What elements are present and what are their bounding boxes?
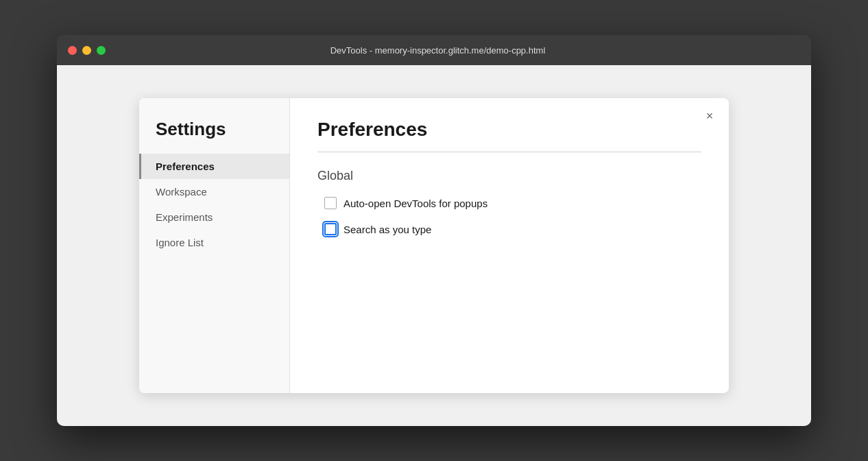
search-as-you-type-label: Search as you type xyxy=(343,224,431,235)
sidebar-item-ignore-list[interactable]: Ignore List xyxy=(139,230,289,255)
settings-sidebar: Settings Preferences Workspace Experimen… xyxy=(139,98,290,393)
close-traffic-light[interactable] xyxy=(68,46,77,55)
sidebar-nav: Preferences Workspace Experiments Ignore… xyxy=(139,154,289,255)
close-button[interactable]: × xyxy=(701,108,718,124)
sidebar-item-preferences[interactable]: Preferences xyxy=(139,154,289,179)
browser-window: DevTools - memory-inspector.glitch.me/de… xyxy=(57,35,811,426)
main-content: Preferences Global Auto-open DevTools fo… xyxy=(290,98,729,393)
auto-open-label: Auto-open DevTools for popups xyxy=(343,198,487,209)
maximize-traffic-light[interactable] xyxy=(97,46,106,55)
settings-dialog: × Settings Preferences Workspace Experim… xyxy=(139,98,729,393)
sidebar-item-experiments[interactable]: Experiments xyxy=(139,204,289,230)
search-as-you-type-checkbox[interactable] xyxy=(324,223,337,235)
traffic-lights xyxy=(68,46,106,55)
option-row-auto-open: Auto-open DevTools for popups xyxy=(324,197,701,209)
window-title: DevTools - memory-inspector.glitch.me/de… xyxy=(117,45,759,56)
section-divider xyxy=(317,152,701,152)
title-bar: DevTools - memory-inspector.glitch.me/de… xyxy=(57,35,811,65)
section-title: Global xyxy=(317,169,701,183)
option-row-search-as-you-type: Search as you type xyxy=(324,223,701,235)
browser-content: × Settings Preferences Workspace Experim… xyxy=(57,65,811,426)
sidebar-title: Settings xyxy=(139,119,289,154)
sidebar-item-workspace[interactable]: Workspace xyxy=(139,179,289,204)
minimize-traffic-light[interactable] xyxy=(82,46,91,55)
auto-open-checkbox[interactable] xyxy=(324,197,337,209)
main-title: Preferences xyxy=(317,119,701,141)
settings-options: Auto-open DevTools for popups Search as … xyxy=(317,197,701,235)
